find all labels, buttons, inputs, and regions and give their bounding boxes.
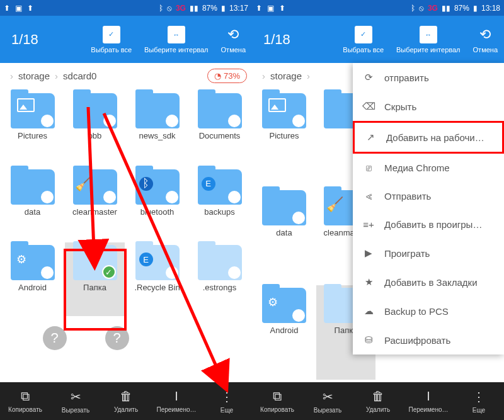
- screen-right: ⬆ ▣ ⬆ ᛒ ⦸ 3G ▮▮ 87% ▮ 13:18 1/18 ✓ Выбра…: [252, 0, 504, 420]
- folder-item[interactable]: ?: [65, 319, 125, 380]
- select-all-button[interactable]: ✓ Выбрать все: [336, 22, 390, 57]
- delete-button[interactable]: 🗑 Удалить: [353, 382, 403, 420]
- menu-add-desktop[interactable]: ↗ Добавить на рабочи…: [353, 121, 504, 154]
- folder-item[interactable]: Ebackups: [190, 167, 249, 241]
- select-all-button[interactable]: ✓ Выбрать все: [84, 22, 138, 57]
- folder-item[interactable]: news_sdk: [127, 91, 187, 164]
- select-circle[interactable]: [228, 115, 241, 127]
- folder-item[interactable]: ✓Папка: [65, 242, 125, 316]
- scissors-icon: ✂: [323, 389, 333, 404]
- folder-item[interactable]: obb: [65, 91, 125, 164]
- more-button[interactable]: ⋮ Еще: [454, 382, 504, 420]
- upload-icon-2: ⬆: [279, 4, 285, 13]
- menu-play[interactable]: ▶ Проиграть: [353, 239, 504, 268]
- rename-label: Переимено…: [157, 406, 197, 413]
- scissors-icon: ✂: [71, 389, 81, 404]
- upload-icon: ⬆: [4, 4, 10, 13]
- menu-bookmark[interactable]: ★ Добавить в Закладки: [353, 268, 504, 297]
- folder-item[interactable]: ⚙Android: [3, 242, 62, 316]
- select-circle[interactable]: [41, 115, 54, 127]
- copy-button[interactable]: ⧉ Копировать: [252, 382, 302, 420]
- folder-item[interactable]: Documents: [190, 91, 249, 164]
- select-range-button[interactable]: ↔ Выберите интервал: [138, 22, 215, 57]
- cut-button[interactable]: ✂ Вырезать: [50, 382, 101, 420]
- more-label: Еще: [220, 407, 233, 414]
- folder-label: news_sdk: [139, 131, 176, 141]
- select-circle[interactable]: [292, 309, 305, 322]
- folder-icon: [11, 169, 55, 205]
- play-icon: ▶: [362, 247, 375, 259]
- installed-icon: ▣: [15, 4, 22, 13]
- menu-backup[interactable]: ☁ Backup to PCS: [353, 297, 504, 326]
- folder-icon: [73, 93, 117, 128]
- cancel-button[interactable]: ⟲ Отмена: [215, 22, 252, 57]
- select-circle[interactable]: [292, 212, 305, 224]
- breadcrumb-current[interactable]: sdcard0: [63, 71, 96, 81]
- shortcut-icon: ↗: [364, 132, 377, 143]
- rename-button[interactable]: I Переимено…: [403, 382, 454, 420]
- folder-icon: ⚙: [262, 288, 306, 323]
- menu-send[interactable]: ⟳ отправить: [353, 63, 504, 92]
- breadcrumb[interactable]: › storage › sdcard0 ◔ 73%: [0, 63, 252, 88]
- folder-label: Documents: [199, 131, 241, 141]
- folder-item[interactable]: E.Recycle Bin: [127, 242, 187, 316]
- select-circle[interactable]: [41, 266, 54, 279]
- clock: 13:17: [229, 4, 248, 13]
- copy-label: Копировать: [260, 406, 294, 413]
- folder-item[interactable]: ᛒbluetooth: [127, 167, 187, 241]
- folder-label: obb: [88, 131, 102, 141]
- more-button[interactable]: ⋮ Еще: [202, 382, 252, 420]
- menu-share-label: Отправить: [384, 191, 431, 201]
- menu-hide[interactable]: ⌫ Скрыть: [353, 92, 504, 121]
- folder-icon: ⚙: [11, 245, 55, 280]
- chevron-icon: ›: [307, 71, 310, 81]
- folder-item[interactable]: data: [3, 167, 62, 241]
- menu-media-chrome-label: Медиа Chrome: [384, 162, 450, 173]
- folder-item[interactable]: data: [255, 188, 314, 282]
- menu-backup-label: Backup to PCS: [384, 306, 449, 317]
- bottombar: ⧉ Копировать ✂ Вырезать 🗑 Удалить I Пере…: [0, 382, 252, 420]
- cut-button[interactable]: ✂ Вырезать: [302, 382, 353, 420]
- folder-icon: 🧹: [73, 169, 117, 205]
- folder-item[interactable]: ⚙Android: [255, 285, 314, 380]
- breadcrumb-root[interactable]: storage: [270, 71, 302, 81]
- delete-button[interactable]: 🗑 Удалить: [101, 382, 151, 420]
- select-circle[interactable]: [166, 115, 178, 127]
- select-circle[interactable]: [292, 115, 305, 127]
- rename-button[interactable]: I Переимено…: [151, 382, 202, 420]
- signal-icon: ▮▮: [190, 4, 198, 13]
- check-icon: ✓: [103, 26, 120, 43]
- star-icon: ★: [362, 276, 375, 288]
- folder-icon: ✓: [73, 245, 117, 280]
- dots-icon: ⋮: [472, 389, 485, 404]
- upload-icon-2: ⬆: [27, 4, 33, 13]
- folder-item[interactable]: 🧹cleanmaster: [65, 167, 125, 241]
- select-circle[interactable]: [103, 191, 116, 203]
- folder-item[interactable]: ?: [3, 319, 62, 380]
- folder-item[interactable]: Pictures: [255, 91, 314, 185]
- copy-button[interactable]: ⧉ Копировать: [0, 382, 50, 420]
- select-circle[interactable]: [166, 266, 178, 279]
- cancel-button[interactable]: ⟲ Отмена: [467, 22, 504, 57]
- folder-item[interactable]: .estrongs: [190, 242, 249, 316]
- undo-icon: ⟲: [476, 26, 494, 43]
- folder-label: Pictures: [18, 131, 47, 141]
- select-circle[interactable]: [41, 191, 54, 203]
- menu-decrypt-label: Расшифровать: [384, 335, 450, 346]
- menu-decrypt[interactable]: ⛁ Расшифровать: [353, 326, 504, 355]
- breadcrumb-root[interactable]: storage: [18, 71, 50, 81]
- menu-media-chrome[interactable]: ⎚ Медиа Chrome: [353, 154, 504, 182]
- select-circle[interactable]: [103, 115, 116, 127]
- select-circle[interactable]: [228, 191, 241, 203]
- folder-label: data: [25, 207, 40, 217]
- folder-item[interactable]: Pictures: [3, 91, 62, 164]
- select-circle[interactable]: [228, 266, 241, 279]
- select-range-button[interactable]: ↔ Выберите интервал: [390, 22, 467, 57]
- select-circle[interactable]: [166, 191, 178, 203]
- menu-share[interactable]: ⪡ Отправить: [353, 182, 504, 210]
- menu-send-label: отправить: [384, 72, 429, 83]
- storage-badge[interactable]: ◔ 73%: [207, 69, 247, 83]
- menu-add-playlist[interactable]: ≡+ Добавить в проигры…: [353, 210, 504, 239]
- select-all-label: Выбрать все: [343, 46, 384, 54]
- hide-icon: ⌫: [362, 101, 375, 112]
